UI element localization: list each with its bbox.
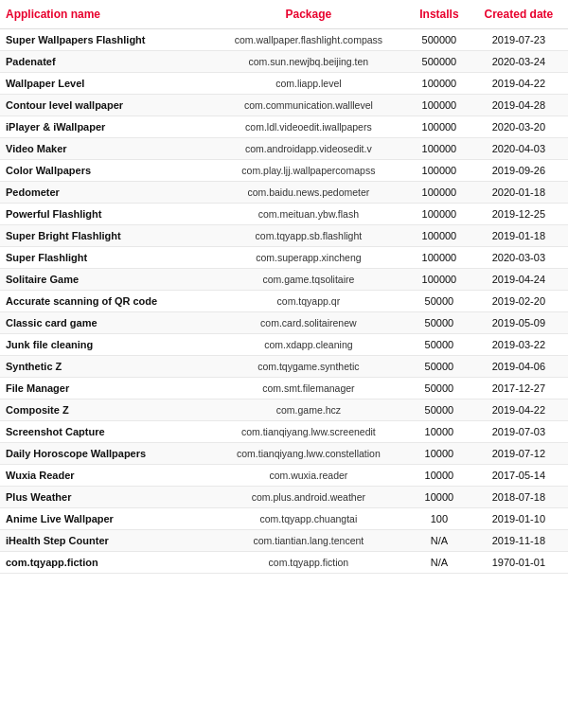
cell-package: com.tqyapp.fiction [208,552,409,574]
cell-installs: 50000 [409,400,470,421]
cell-created-date: 2019-01-10 [470,508,568,530]
header-package: Package [208,0,409,29]
cell-created-date: 2020-04-03 [470,138,568,160]
cell-package: com.xdapp.cleaning [208,334,409,356]
cell-installs: 50000 [409,334,470,356]
cell-app-name: Solitaire Game [0,269,208,291]
cell-created-date: 2020-03-20 [470,116,568,138]
cell-package: com.tqyapp.chuangtai [208,508,409,530]
table-row: Screenshot Capturecom.tianqiyang.lww.scr… [0,421,568,443]
cell-created-date: 2017-12-27 [470,378,568,400]
cell-created-date: 2019-11-18 [470,530,568,552]
table-row: Junk file cleaningcom.xdapp.cleaning5000… [0,334,568,356]
cell-package: com.communication.walllevel [208,95,409,116]
cell-created-date: 2019-04-28 [470,95,568,116]
cell-created-date: 2018-07-18 [470,487,568,508]
cell-package: com.meituan.ybw.flash [208,204,409,225]
cell-installs: 100000 [409,138,470,160]
cell-app-name: Junk file cleaning [0,334,208,356]
table-row: Super Wallpapers Flashlightcom.wallpaper… [0,29,568,51]
cell-created-date: 2019-07-23 [470,29,568,51]
cell-installs: 500000 [409,51,470,73]
table-row: Wallpaper Levelcom.liapp.level1000002019… [0,73,568,95]
cell-installs: 100000 [409,73,470,95]
cell-installs: 100000 [409,160,470,182]
table-row: Super Flashlightcom.superapp.xincheng100… [0,247,568,269]
cell-package: com.tianqiyang.lww.screenedit [208,421,409,443]
cell-package: com.tiantian.lang.tencent [208,530,409,552]
cell-installs: 100000 [409,116,470,138]
cell-installs: 100000 [409,204,470,225]
cell-created-date: 1970-01-01 [470,552,568,574]
table-row: Classic card gamecom.card.solitairenew50… [0,312,568,334]
cell-created-date: 2019-12-25 [470,204,568,225]
cell-package: com.tqygame.synthetic [208,356,409,378]
table-row: com.tqyapp.fictioncom.tqyapp.fictionN/A1… [0,552,568,574]
cell-package: com.play.ljj.wallpapercomapss [208,160,409,182]
cell-package: com.tqyapp.qr [208,291,409,312]
cell-created-date: 2019-01-18 [470,225,568,247]
cell-installs: 10000 [409,465,470,487]
table-row: Daily Horoscope Wallpaperscom.tianqiyang… [0,443,568,465]
cell-app-name: Video Maker [0,138,208,160]
cell-installs: 50000 [409,378,470,400]
cell-package: com.plus.android.weather [208,487,409,508]
cell-installs: N/A [409,552,470,574]
cell-created-date: 2020-01-18 [470,182,568,204]
cell-package: com.superapp.xincheng [208,247,409,269]
cell-created-date: 2019-04-22 [470,73,568,95]
cell-installs: 10000 [409,443,470,465]
cell-app-name: Wallpaper Level [0,73,208,95]
table-row: Composite Zcom.game.hcz500002019-04-22 [0,400,568,421]
cell-app-name: Pedometer [0,182,208,204]
app-table: Application name Package Installs Create… [0,0,568,574]
header-installs: Installs [409,0,470,29]
cell-package: com.androidapp.videosedit.v [208,138,409,160]
table-row: Contour level wallpapercom.communication… [0,95,568,116]
cell-package: com.tqyapp.sb.flashlight [208,225,409,247]
cell-installs: 100000 [409,269,470,291]
cell-package: com.sun.newjbq.beijing.ten [208,51,409,73]
cell-package: com.wallpaper.flashlight.compass [208,29,409,51]
cell-created-date: 2019-03-22 [470,334,568,356]
cell-installs: 100 [409,508,470,530]
cell-created-date: 2019-04-06 [470,356,568,378]
table-row: Solitaire Gamecom.game.tqsolitaire100000… [0,269,568,291]
cell-created-date: 2019-05-09 [470,312,568,334]
cell-installs: 50000 [409,356,470,378]
cell-app-name: Synthetic Z [0,356,208,378]
cell-app-name: iHealth Step Counter [0,530,208,552]
cell-package: com.game.hcz [208,400,409,421]
table-row: Pedometercom.baidu.news.pedometer1000002… [0,182,568,204]
cell-app-name: Classic card game [0,312,208,334]
cell-app-name: Powerful Flashlight [0,204,208,225]
cell-app-name: Contour level wallpaper [0,95,208,116]
cell-app-name: Super Wallpapers Flashlight [0,29,208,51]
cell-app-name: Super Flashlight [0,247,208,269]
cell-app-name: Composite Z [0,400,208,421]
cell-created-date: 2019-02-20 [470,291,568,312]
header-created-date: Created date [470,0,568,29]
cell-created-date: 2019-09-26 [470,160,568,182]
cell-package: com.baidu.news.pedometer [208,182,409,204]
table-row: File Managercom.smt.filemanager500002017… [0,378,568,400]
cell-app-name: Plus Weather [0,487,208,508]
header-app-name: Application name [0,0,208,29]
cell-app-name: com.tqyapp.fiction [0,552,208,574]
cell-created-date: 2019-04-22 [470,400,568,421]
cell-created-date: 2019-04-24 [470,269,568,291]
cell-package: com.wuxia.reader [208,465,409,487]
table-row: Powerful Flashlightcom.meituan.ybw.flash… [0,204,568,225]
table-row: iHealth Step Countercom.tiantian.lang.te… [0,530,568,552]
table-row: Wuxia Readercom.wuxia.reader100002017-05… [0,465,568,487]
cell-app-name: Screenshot Capture [0,421,208,443]
cell-installs: 50000 [409,312,470,334]
cell-package: com.ldl.videoedit.iwallpapers [208,116,409,138]
cell-app-name: iPlayer & iWallpaper [0,116,208,138]
cell-installs: 10000 [409,421,470,443]
cell-installs: 100000 [409,225,470,247]
cell-app-name: Color Wallpapers [0,160,208,182]
cell-installs: 100000 [409,95,470,116]
table-row: Color Wallpaperscom.play.ljj.wallpaperco… [0,160,568,182]
table-row: Super Bright Flashlightcom.tqyapp.sb.fla… [0,225,568,247]
